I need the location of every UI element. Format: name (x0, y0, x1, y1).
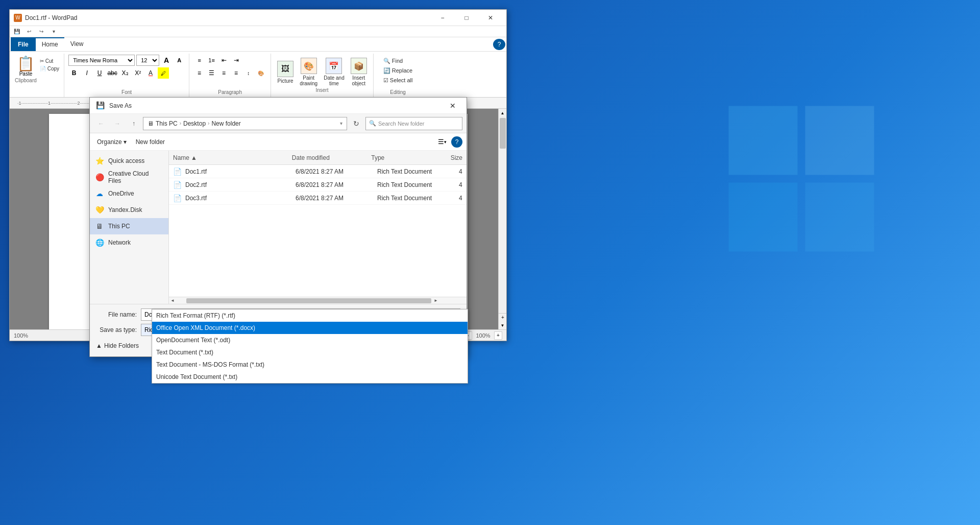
dropdown-option-docx[interactable]: Office Open XML Document (*.docx) (152, 322, 468, 334)
line-spacing-button[interactable]: ↕ (243, 67, 254, 79)
font-group: Times New Roma 12 A A B I U abc X₂ X² A (64, 54, 189, 97)
file-date: 6/8/2021 8:27 AM (291, 195, 373, 202)
nav-item-network[interactable]: 🌐 Network (90, 234, 168, 251)
dialog-help-button[interactable]: ? (451, 136, 462, 148)
align-center-button[interactable]: ☰ (206, 67, 217, 79)
tab-home[interactable]: Home (36, 37, 64, 51)
dropdown-option-rtf[interactable]: Rich Text Format (RTF) (*.rtf) (152, 309, 468, 322)
close-button[interactable]: ✕ (479, 11, 502, 25)
minimize-button[interactable]: − (431, 11, 454, 25)
zoom-button[interactable]: + (499, 313, 506, 321)
list-numbers-button[interactable]: 1≡ (206, 55, 217, 66)
nav-back-button[interactable]: ← (94, 117, 108, 130)
svg-rect-3 (805, 183, 874, 252)
dialog-close-button[interactable]: ✕ (445, 99, 460, 113)
italic-button[interactable]: I (81, 67, 92, 79)
nav-item-quick-access[interactable]: ⭐ Quick access (90, 153, 168, 169)
breadcrumb-bar[interactable]: 🖥 This PC › Desktop › New folder ▾ (143, 117, 347, 130)
maximize-button[interactable]: □ (455, 11, 478, 25)
cut-button[interactable]: ✂ Cut (38, 58, 61, 64)
decrease-indent-button[interactable]: ⇤ (218, 55, 230, 66)
refresh-button[interactable]: ↻ (349, 117, 363, 130)
file-size: 4 (455, 195, 467, 202)
dialog-toolbar: Organize ▾ New folder ☰ ▾ ? (90, 133, 467, 151)
new-folder-button[interactable]: New folder (133, 137, 168, 147)
copy-button[interactable]: 📄 Copy (38, 65, 61, 72)
font-color-button[interactable]: A (145, 67, 156, 79)
onedrive-icon: ☁ (95, 189, 104, 198)
col-header-date[interactable]: Date modified (288, 154, 367, 161)
align-left-button[interactable]: ≡ (194, 67, 205, 79)
table-row[interactable]: 📄 Doc1.rtf 6/8/2021 8:27 AM Rich Text Do… (169, 165, 467, 178)
col-header-name[interactable]: Name ▲ (169, 154, 288, 161)
dialog-left-nav: ⭐ Quick access 🔴 Creative Cloud Files ☁ … (90, 151, 169, 304)
paragraph-color-button[interactable]: 🎨 (255, 67, 266, 79)
font-shrink-button[interactable]: A (174, 55, 185, 66)
select-all-button[interactable]: ☑ Select all (382, 76, 414, 85)
list-bullets-button[interactable]: ≡ (194, 55, 205, 66)
yandex-disk-icon: 💛 (95, 205, 104, 214)
qa-save-button[interactable]: 💾 (12, 27, 22, 36)
zoom-in-button[interactable]: + (494, 331, 502, 340)
dropdown-option-txt-dos[interactable]: Text Document - MS-DOS Format (*.txt) (152, 359, 468, 371)
font-size-select[interactable]: 12 (136, 55, 159, 66)
nav-item-onedrive[interactable]: ☁ OneDrive (90, 185, 168, 202)
subscript-button[interactable]: X₂ (119, 67, 131, 79)
h-scroll-thumb[interactable] (186, 298, 431, 303)
paste-button[interactable]: 📋 Paste (15, 56, 37, 78)
nav-forward-button[interactable]: → (110, 117, 125, 130)
scroll-thumb[interactable] (500, 118, 506, 149)
nav-up-button[interactable]: ↑ (127, 117, 141, 130)
find-button[interactable]: 🔍 Find (382, 57, 414, 65)
qa-more-button[interactable]: ▾ (48, 27, 59, 36)
highlight-button[interactable]: 🖊 (158, 67, 169, 79)
paint-drawing-button[interactable]: 🎨 Paintdrawing (298, 57, 320, 87)
strikethrough-button[interactable]: abc (107, 67, 118, 79)
vertical-scrollbar[interactable]: ▲ + ▼ (498, 109, 506, 329)
col-header-size[interactable]: Size (447, 154, 467, 161)
font-grow-button[interactable]: A (161, 55, 172, 66)
breadcrumb-part3[interactable]: New folder (211, 120, 240, 127)
breadcrumb-part2[interactable]: Desktop (183, 120, 206, 127)
nav-item-yandex-disk[interactable]: 💛 Yandex.Disk (90, 202, 168, 218)
align-right-button[interactable]: ≡ (218, 67, 230, 79)
replace-button[interactable]: 🔄 Replace (382, 66, 414, 75)
picture-button[interactable]: 🖼 Picture (275, 60, 296, 85)
qa-redo-button[interactable]: ↪ (36, 27, 46, 36)
dropdown-option-odt[interactable]: OpenDocument Text (*.odt) (152, 334, 468, 346)
breadcrumb-part1[interactable]: This PC (156, 120, 178, 127)
bold-button[interactable]: B (68, 67, 80, 79)
justify-button[interactable]: ≡ (231, 67, 242, 79)
organize-button[interactable]: Organize ▾ (94, 137, 130, 147)
increase-indent-button[interactable]: ⇥ (231, 55, 242, 66)
scroll-down-arrow[interactable]: ▼ (499, 321, 506, 329)
scroll-left-arrow[interactable]: ◄ (169, 297, 176, 304)
help-button[interactable]: ? (493, 39, 505, 50)
scroll-up-arrow[interactable]: ▲ (499, 109, 506, 117)
col-header-type[interactable]: Type (367, 154, 446, 161)
search-box[interactable]: 🔍 Search New folder (365, 117, 462, 130)
zoom-controls: - 100% + (464, 331, 502, 340)
tab-view[interactable]: View (64, 37, 90, 51)
dropdown-option-txt[interactable]: Text Document (*.txt) (152, 346, 468, 359)
scroll-right-arrow[interactable]: ► (432, 297, 439, 304)
superscript-button[interactable]: X² (132, 67, 143, 79)
paragraph-label: Paragraph (218, 89, 242, 96)
horizontal-scrollbar[interactable]: ◄ ► (169, 297, 467, 304)
nav-item-this-pc[interactable]: 🖥 This PC (90, 218, 168, 234)
qa-undo-button[interactable]: ↩ (24, 27, 34, 36)
font-face-select[interactable]: Times New Roma (68, 55, 135, 66)
table-row[interactable]: 📄 Doc2.rtf 6/8/2021 8:27 AM Rich Text Do… (169, 178, 467, 192)
underline-button[interactable]: U (94, 67, 105, 79)
nav-item-creative-cloud[interactable]: 🔴 Creative Cloud Files (90, 169, 168, 185)
editing-group: 🔍 Find 🔄 Replace ☑ Select all Editing (374, 54, 423, 97)
insert-object-button[interactable]: 📦 Insertobject (349, 57, 369, 87)
view-options-button[interactable]: ☰ ▾ (435, 135, 449, 149)
breadcrumb-expand-arrow[interactable]: ▾ (340, 121, 342, 126)
dropdown-option-txt-unicode[interactable]: Unicode Text Document (*.txt) (152, 371, 468, 383)
table-row[interactable]: 📄 Doc3.rtf 6/8/2021 8:27 AM Rich Text Do… (169, 192, 467, 205)
breadcrumb-sep1: › (180, 121, 181, 126)
tab-file[interactable]: File (11, 37, 36, 51)
date-time-button[interactable]: 📅 Date andtime (322, 57, 347, 87)
hide-folders-button[interactable]: ▲ Hide Folders (96, 342, 139, 349)
